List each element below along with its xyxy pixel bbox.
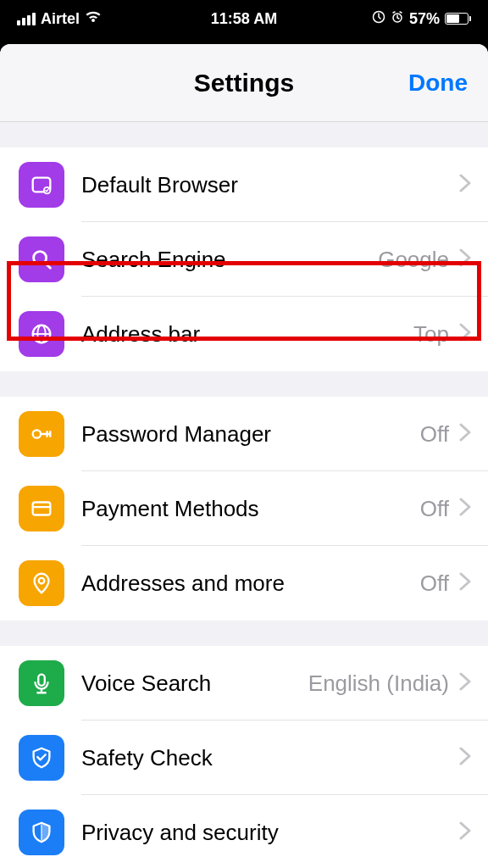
status-time: 11:58 AM [211, 10, 277, 28]
mic-icon [19, 660, 64, 706]
row-value: Top [413, 321, 449, 348]
nav-header: Settings Done [0, 44, 488, 122]
battery-icon [445, 13, 471, 25]
settings-group: Default BrowserSearch EngineGoogleAddres… [0, 147, 488, 371]
key-icon [19, 411, 64, 457]
status-left: Airtel [17, 10, 102, 28]
settings-row-search-engine[interactable]: Search EngineGoogle [0, 222, 488, 297]
row-value: Off [420, 570, 449, 597]
settings-group: Voice SearchEnglish (India)Safety CheckP… [0, 646, 488, 868]
wifi-icon [85, 10, 102, 28]
battery-pct: 57% [409, 10, 440, 28]
row-label: Payment Methods [81, 496, 259, 522]
chevron-right-icon [459, 572, 471, 594]
chevron-right-icon [459, 498, 471, 520]
settings-row-addresses-and-more[interactable]: Addresses and moreOff [0, 546, 488, 620]
row-value: Google [378, 247, 449, 273]
settings-row-password-manager[interactable]: Password ManagerOff [0, 397, 488, 471]
row-label: Address bar [81, 321, 200, 348]
row-label: Password Manager [81, 421, 271, 448]
settings-group: Password ManagerOffPayment MethodsOffAdd… [0, 397, 488, 620]
status-bar: Airtel 11:58 AM 57% [0, 0, 488, 37]
row-label: Safety Check [81, 745, 213, 771]
svg-line-5 [45, 263, 51, 269]
shield-icon [19, 810, 64, 855]
carrier-label: Airtel [41, 10, 80, 28]
alarm-icon [391, 10, 404, 28]
settings-sheet: Settings Done Default BrowserSearch Engi… [0, 44, 488, 868]
row-value: Off [420, 421, 449, 448]
chevron-right-icon [459, 248, 471, 270]
status-right: 57% [372, 10, 471, 28]
globe-icon [19, 311, 64, 357]
row-label: Privacy and security [81, 820, 279, 846]
row-label: Voice Search [81, 670, 211, 697]
row-label: Search Engine [81, 247, 226, 273]
chevron-right-icon [459, 323, 471, 345]
settings-row-safety-check[interactable]: Safety Check [0, 721, 488, 795]
row-value: English (India) [308, 670, 449, 697]
row-value: Off [420, 496, 449, 522]
row-label: Default Browser [81, 172, 238, 198]
settings-row-default-browser[interactable]: Default Browser [0, 147, 488, 222]
chevron-right-icon [459, 821, 471, 843]
rotation-lock-icon [372, 10, 385, 28]
chevron-right-icon [459, 174, 471, 196]
pin-icon [19, 560, 64, 606]
card-icon [19, 486, 64, 531]
svg-point-12 [39, 578, 45, 584]
chevron-right-icon [459, 423, 471, 445]
svg-rect-10 [33, 503, 51, 515]
svg-point-9 [33, 430, 41, 437]
svg-rect-13 [38, 675, 45, 686]
browser-icon [19, 162, 64, 208]
row-label: Addresses and more [81, 570, 285, 597]
chevron-right-icon [459, 672, 471, 694]
settings-row-address-bar[interactable]: Address barTop [0, 297, 488, 371]
chevron-right-icon [459, 747, 471, 769]
search-icon [19, 236, 64, 282]
section-gap [0, 620, 488, 646]
section-gap [0, 371, 488, 397]
signal-icon [17, 13, 36, 25]
settings-row-privacy-and-security[interactable]: Privacy and security [0, 795, 488, 868]
settings-content: Default BrowserSearch EngineGoogleAddres… [0, 122, 488, 868]
page-title: Settings [194, 69, 294, 97]
section-gap [0, 122, 488, 147]
shield-check-icon [19, 735, 64, 781]
done-button[interactable]: Done [408, 70, 468, 97]
settings-row-payment-methods[interactable]: Payment MethodsOff [0, 471, 488, 546]
settings-row-voice-search[interactable]: Voice SearchEnglish (India) [0, 646, 488, 721]
